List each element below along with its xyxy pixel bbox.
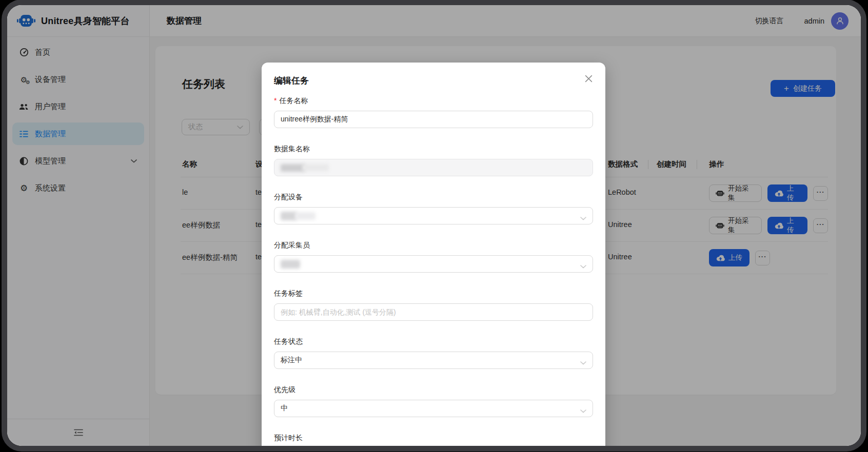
estimated-duration-label: 预计时长 (274, 434, 303, 441)
dataset-name-label: 数据集名称 (274, 145, 310, 152)
required-asterisk: * (274, 97, 277, 104)
chevron-down-icon (580, 262, 586, 270)
redacted-text (281, 164, 305, 172)
field-priority: 优先级 中 (274, 386, 593, 417)
field-assign-collector: 分配采集员 (274, 241, 593, 273)
redacted-text (302, 164, 329, 171)
assign-device-label: 分配设备 (274, 193, 303, 200)
close-icon[interactable] (582, 72, 595, 85)
task-name-input[interactable] (274, 111, 593, 128)
field-task-tags: 任务标签 (274, 290, 593, 321)
assign-collector-label: 分配采集员 (274, 241, 310, 249)
chevron-down-icon (580, 406, 586, 415)
assign-device-select[interactable] (274, 207, 593, 224)
modal-title: 编辑任务 (274, 75, 593, 87)
field-task-status: 任务状态 标注中 (274, 338, 593, 369)
priority-value: 中 (281, 404, 288, 413)
chevron-down-icon (580, 214, 586, 222)
app-window: Unitree具身智能平台 首页 ⚙⚙ 设备管理 用户管理 (7, 5, 861, 446)
task-tags-input[interactable] (274, 303, 593, 321)
task-status-value: 标注中 (281, 356, 302, 365)
field-task-name: * 任务名称 (274, 97, 593, 128)
task-name-label: 任务名称 (279, 97, 308, 104)
task-status-label: 任务状态 (274, 338, 303, 345)
edit-task-modal: 编辑任务 * 任务名称 数据集名称 分配设备 分配采集员 (262, 63, 605, 446)
task-status-select[interactable]: 标注中 (274, 352, 593, 369)
redacted-tag (281, 260, 300, 269)
redacted-text (295, 212, 315, 220)
field-dataset-name: 数据集名称 (274, 145, 593, 176)
assign-collector-select[interactable] (274, 255, 593, 273)
chevron-down-icon (580, 358, 586, 366)
dataset-name-input-disabled (274, 159, 593, 176)
field-estimated-duration: 预计时长 (274, 434, 593, 441)
priority-label: 优先级 (274, 386, 295, 393)
field-assign-device: 分配设备 (274, 193, 593, 224)
task-tags-label: 任务标签 (274, 290, 303, 297)
priority-select[interactable]: 中 (274, 400, 593, 417)
